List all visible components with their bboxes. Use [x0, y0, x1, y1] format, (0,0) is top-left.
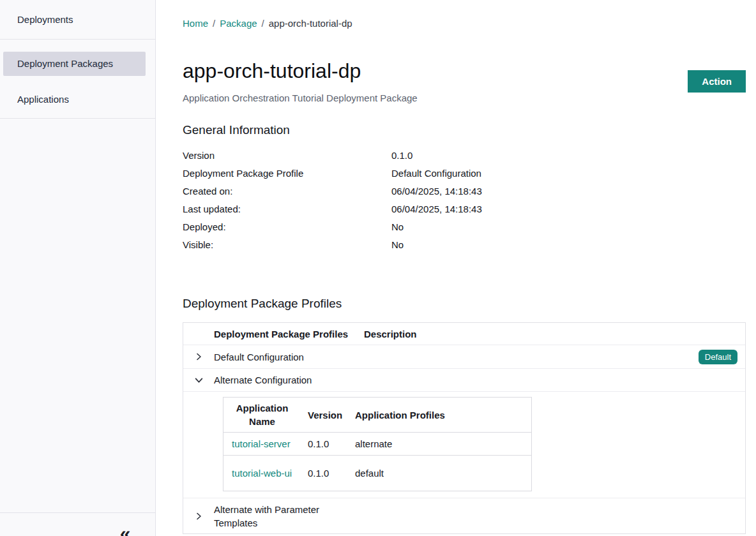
profiles-table-header: Deployment Package Profiles Description — [183, 323, 745, 345]
chevron-right-icon — [195, 353, 202, 361]
profile-name: Alternate Configuration — [214, 375, 364, 385]
sidebar-item-applications[interactable]: Applications — [3, 87, 146, 112]
breadcrumb-current: app-orch-tutorial-dp — [269, 18, 352, 29]
info-label: Deployed: — [183, 218, 391, 236]
sidebar-item-deployment-packages[interactable]: Deployment Packages — [3, 52, 146, 76]
expand-row-button[interactable] — [192, 510, 205, 523]
action-button[interactable]: Action — [688, 70, 746, 93]
profile-name: Alternate with Parameter Templates — [214, 503, 342, 530]
info-value: No — [391, 236, 746, 254]
column-header-application-profiles: Application Profiles — [346, 410, 531, 421]
profiles-table: Deployment Package Profiles Description … — [183, 322, 746, 534]
info-label: Deployment Package Profile — [183, 165, 391, 182]
table-row-default-configuration[interactable]: Default Configuration Default — [183, 345, 745, 369]
info-label: Last updated: — [183, 200, 391, 218]
info-value: 06/04/2025, 14:18:43 — [391, 200, 746, 218]
application-version: 0.1.0 — [299, 438, 346, 449]
breadcrumb: Home/Package/app-orch-tutorial-dp — [183, 18, 746, 29]
sidebar: Deployments Deployment Packages Applicat… — [0, 0, 156, 536]
chevron-down-icon — [195, 376, 203, 384]
sidebar-item-deployments[interactable]: Deployments — [0, 0, 155, 40]
info-label: Created on: — [183, 182, 391, 200]
application-link-tutorial-web-ui[interactable]: tutorial-web-ui — [232, 468, 292, 479]
application-link-tutorial-server[interactable]: tutorial-server — [232, 438, 291, 449]
table-row-tutorial-web-ui: tutorial-web-ui 0.1.0 default — [223, 456, 531, 491]
breadcrumb-separator: / — [213, 18, 215, 29]
main-content: Home/Package/app-orch-tutorial-dp app-or… — [156, 0, 756, 536]
application-profile: alternate — [346, 438, 531, 449]
sidebar-divider — [0, 118, 155, 119]
applications-table-header: Application Name Version Application Pro… — [223, 398, 531, 433]
sidebar-collapse-button[interactable]: « — [112, 522, 138, 536]
table-row-alternate-configuration[interactable]: Alternate Configuration — [183, 369, 745, 392]
column-header-application-name: Application Name — [223, 401, 299, 428]
column-header-description: Description — [364, 329, 745, 339]
profile-name: Default Configuration — [214, 352, 364, 362]
breadcrumb-package-link[interactable]: Package — [220, 18, 257, 29]
collapse-row-button[interactable] — [192, 373, 206, 387]
info-value: 0.1.0 — [391, 147, 746, 165]
table-row-alternate-with-parameter-templates[interactable]: Alternate with Parameter Templates — [183, 498, 745, 533]
table-row-tutorial-server: tutorial-server 0.1.0 alternate — [223, 433, 531, 456]
general-information-grid: Version 0.1.0 Deployment Package Profile… — [183, 147, 746, 254]
application-version: 0.1.0 — [299, 468, 346, 479]
expanded-row-content: Application Name Version Application Pro… — [183, 392, 745, 498]
info-value: 06/04/2025, 14:18:43 — [391, 182, 746, 200]
info-value: Default Configuration — [391, 165, 746, 182]
info-value: No — [391, 218, 746, 236]
info-label: Visible: — [183, 236, 391, 254]
breadcrumb-separator: / — [262, 18, 264, 29]
column-header-version: Version — [299, 410, 346, 421]
profiles-heading: Deployment Package Profiles — [183, 297, 746, 311]
breadcrumb-home-link[interactable]: Home — [183, 18, 208, 29]
expand-row-button[interactable] — [192, 350, 205, 363]
page-title: app-orch-tutorial-dp — [183, 59, 418, 83]
page-subtitle: Application Orchestration Tutorial Deplo… — [183, 93, 418, 103]
info-label: Version — [183, 147, 391, 165]
page-header: app-orch-tutorial-dp Application Orchest… — [183, 29, 746, 103]
sidebar-bottom-divider — [0, 512, 155, 513]
chevron-right-icon — [195, 512, 202, 520]
collapse-chevrons-icon: « — [120, 523, 131, 536]
default-badge: Default — [699, 350, 737, 364]
column-header-profiles: Deployment Package Profiles — [214, 329, 364, 339]
general-information-heading: General Information — [183, 123, 746, 137]
applications-table: Application Name Version Application Pro… — [223, 397, 532, 491]
application-profile: default — [346, 468, 531, 479]
